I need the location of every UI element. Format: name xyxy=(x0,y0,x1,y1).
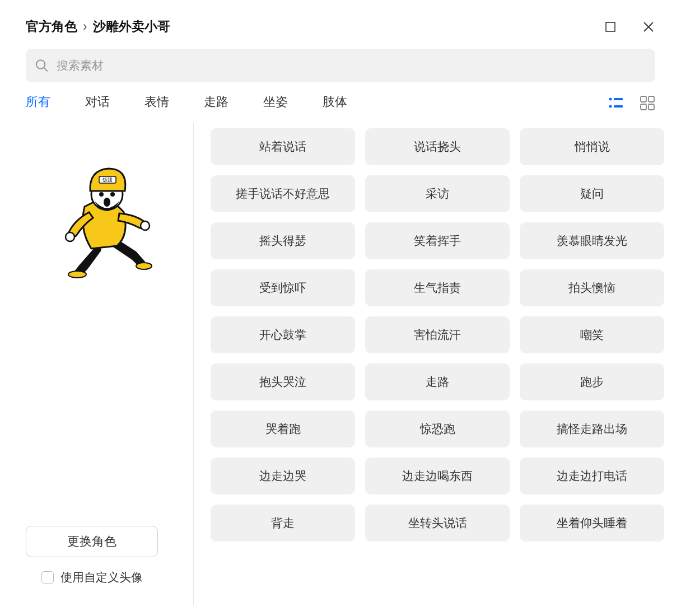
character-preview: 饭团 xyxy=(26,162,182,291)
pose-item[interactable]: 采访 xyxy=(365,175,510,212)
search-bar[interactable] xyxy=(26,49,655,82)
search-input[interactable] xyxy=(57,59,646,72)
pose-item[interactable]: 疑问 xyxy=(520,175,664,212)
tab-0[interactable]: 所有 xyxy=(26,94,50,113)
svg-point-5 xyxy=(609,98,612,101)
breadcrumb: 官方角色 › 沙雕外卖小哥 xyxy=(26,18,170,35)
pose-item[interactable]: 害怕流汗 xyxy=(365,316,510,353)
tab-5[interactable]: 肢体 xyxy=(323,94,347,113)
content-area: 饭团 更换角色 使用自定义头像 站着说话说话挠头悄悄说搓手说话不好意思采访疑问摇 xyxy=(0,123,681,605)
pose-item[interactable]: 笑着挥手 xyxy=(365,222,510,259)
close-icon xyxy=(642,21,655,33)
svg-line-4 xyxy=(44,68,47,71)
pose-item[interactable]: 边走边喝东西 xyxy=(365,458,510,494)
svg-point-21 xyxy=(104,198,110,207)
svg-point-20 xyxy=(110,192,115,197)
tab-3[interactable]: 走路 xyxy=(204,94,228,113)
helmet-label: 饭团 xyxy=(102,177,113,183)
svg-point-14 xyxy=(136,263,152,269)
svg-point-15 xyxy=(66,232,74,241)
custom-avatar-label: 使用自定义头像 xyxy=(60,570,143,585)
pose-item[interactable]: 搞怪走路出场 xyxy=(520,410,664,447)
grid-view-button[interactable] xyxy=(640,95,655,111)
switch-character-button[interactable]: 更换角色 xyxy=(26,526,158,557)
svg-point-16 xyxy=(141,221,150,230)
delivery-character-icon: 饭团 xyxy=(45,162,163,291)
pose-item[interactable]: 生气指责 xyxy=(365,269,510,306)
svg-point-19 xyxy=(99,192,104,197)
grid-icon xyxy=(640,96,655,110)
window-controls xyxy=(604,20,655,34)
svg-point-13 xyxy=(68,271,86,278)
square-icon xyxy=(605,21,616,32)
pose-item[interactable]: 惊恐跑 xyxy=(365,410,510,447)
tab-4[interactable]: 坐姿 xyxy=(263,94,288,113)
svg-rect-11 xyxy=(641,104,646,110)
svg-rect-9 xyxy=(641,96,646,102)
sidebar-actions: 更换角色 使用自定义头像 xyxy=(26,526,182,585)
breadcrumb-current: 沙雕外卖小哥 xyxy=(93,18,170,35)
tabs: 所有对话表情走路坐姿肢体 xyxy=(26,94,347,113)
pose-item[interactable]: 边走边哭 xyxy=(211,458,355,494)
pose-item[interactable]: 拍头懊恼 xyxy=(520,269,664,306)
pose-grid-area[interactable]: 站着说话说话挠头悄悄说搓手说话不好意思采访疑问摇头得瑟笑着挥手羡慕眼睛发光受到惊… xyxy=(194,123,681,605)
close-button[interactable] xyxy=(642,20,655,34)
custom-avatar-checkbox[interactable] xyxy=(41,571,54,584)
pose-item[interactable]: 嘲笑 xyxy=(520,316,664,353)
pose-item[interactable]: 走路 xyxy=(365,363,510,400)
pose-grid: 站着说话说话挠头悄悄说搓手说话不好意思采访疑问摇头得瑟笑着挥手羡慕眼睛发光受到惊… xyxy=(211,128,664,542)
svg-rect-10 xyxy=(649,96,654,102)
pose-item[interactable]: 站着说话 xyxy=(211,128,355,165)
pose-item[interactable]: 悄悄说 xyxy=(520,128,664,165)
svg-point-7 xyxy=(609,105,612,108)
pose-item[interactable]: 背走 xyxy=(211,505,355,542)
tab-2[interactable]: 表情 xyxy=(144,94,169,113)
pose-item[interactable]: 受到惊吓 xyxy=(211,269,355,306)
view-toggles xyxy=(608,95,655,111)
svg-rect-0 xyxy=(606,22,615,31)
svg-rect-6 xyxy=(614,98,623,100)
pose-item[interactable]: 跑步 xyxy=(520,363,664,400)
pose-item[interactable]: 抱头哭泣 xyxy=(211,363,355,400)
breadcrumb-separator: › xyxy=(83,19,87,34)
titlebar: 官方角色 › 沙雕外卖小哥 xyxy=(0,0,681,49)
sidebar: 饭团 更换角色 使用自定义头像 xyxy=(26,123,194,605)
pose-item[interactable]: 坐转头说话 xyxy=(365,505,510,542)
list-view-button[interactable] xyxy=(608,95,624,111)
pose-item[interactable]: 说话挠头 xyxy=(365,128,510,165)
pose-item[interactable]: 羡慕眼睛发光 xyxy=(520,222,664,259)
svg-rect-12 xyxy=(649,104,654,110)
pose-item[interactable]: 摇头得瑟 xyxy=(211,222,355,259)
list-icon xyxy=(608,96,624,110)
pose-item[interactable]: 边走边打电话 xyxy=(520,458,664,494)
pose-item[interactable]: 坐着仰头睡着 xyxy=(520,505,664,542)
breadcrumb-root[interactable]: 官方角色 xyxy=(26,18,77,35)
maximize-button[interactable] xyxy=(604,20,617,34)
custom-avatar-row: 使用自定义头像 xyxy=(41,570,182,585)
tab-1[interactable]: 对话 xyxy=(85,94,110,113)
window-root: 官方角色 › 沙雕外卖小哥 所有对话表情走路坐姿肢体 xyxy=(0,0,681,616)
search-icon xyxy=(35,58,49,73)
pose-item[interactable]: 哭着跑 xyxy=(211,410,355,447)
pose-item[interactable]: 搓手说话不好意思 xyxy=(211,175,355,212)
tab-bar: 所有对话表情走路坐姿肢体 xyxy=(0,94,681,123)
svg-rect-8 xyxy=(614,105,623,108)
pose-item[interactable]: 开心鼓掌 xyxy=(211,316,355,353)
